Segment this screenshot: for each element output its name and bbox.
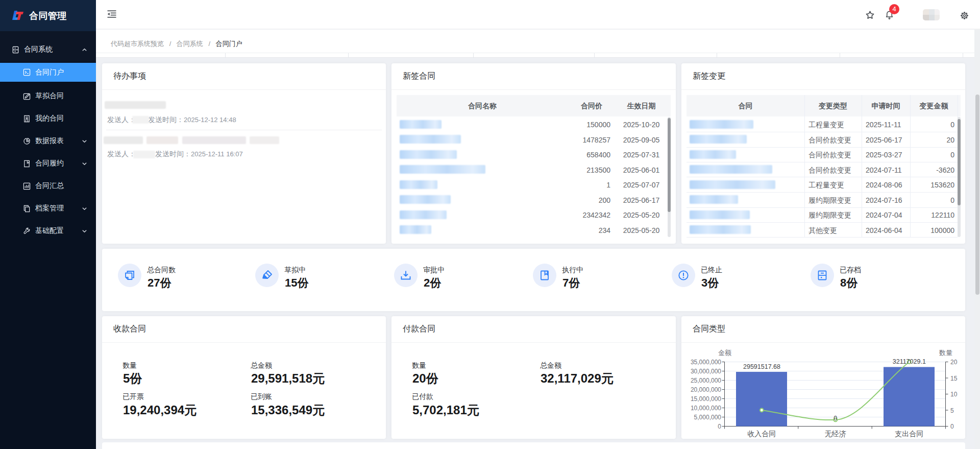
svg-text:25,000,000: 25,000,000	[691, 377, 721, 384]
svg-text:20: 20	[950, 359, 958, 366]
svg-text:收入合同: 收入合同	[747, 430, 776, 438]
svg-text:35,000,000: 35,000,000	[691, 359, 721, 366]
svg-text:0: 0	[834, 415, 837, 422]
svg-text:5: 5	[950, 407, 954, 414]
svg-text:29591517.68: 29591517.68	[743, 363, 780, 370]
svg-text:0: 0	[950, 423, 954, 430]
svg-text:无经济: 无经济	[825, 430, 846, 438]
svg-text:0: 0	[718, 423, 721, 430]
svg-text:金额: 金额	[718, 349, 731, 357]
svg-text:32117029.1: 32117029.1	[893, 358, 926, 365]
svg-text:支出合同: 支出合同	[895, 430, 923, 438]
svg-text:20,000,000: 20,000,000	[691, 386, 721, 393]
svg-text:15,000,000: 15,000,000	[691, 395, 721, 403]
svg-text:数量: 数量	[939, 349, 952, 357]
svg-text:15: 15	[950, 375, 958, 382]
svg-text:10: 10	[950, 391, 958, 398]
svg-text:5,000,000: 5,000,000	[694, 414, 722, 421]
svg-text:30,000,000: 30,000,000	[691, 368, 721, 375]
svg-text:10,000,000: 10,000,000	[691, 405, 721, 412]
